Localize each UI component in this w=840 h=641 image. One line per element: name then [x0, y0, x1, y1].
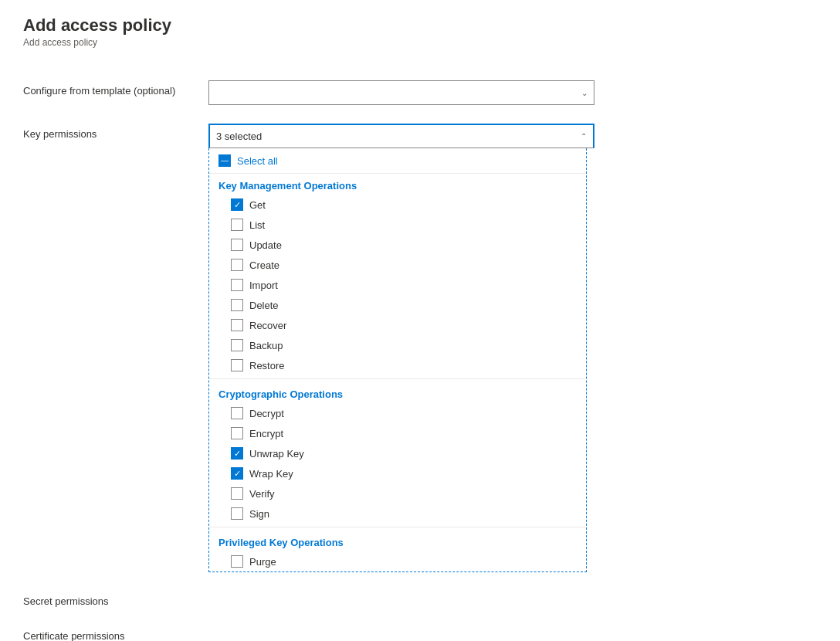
key-permissions-control: 3 selected ⌃ Select all Key Management O…: [208, 124, 594, 572]
privileged-header: Privileged Key Operations: [209, 531, 586, 551]
checkbox-decrypt-label: Decrypt: [249, 408, 284, 419]
checkbox-restore: Restore: [209, 355, 586, 375]
secret-permissions-label: Secret permissions: [23, 591, 208, 607]
checkbox-backup: Backup: [209, 335, 586, 355]
select-all-checkbox[interactable]: [218, 154, 231, 167]
checkbox-update: Update: [209, 235, 586, 255]
checkbox-recover-label: Recover: [249, 320, 286, 331]
checkbox-get: Get: [209, 195, 586, 215]
checkbox-decrypt-input[interactable]: [231, 407, 243, 419]
checkbox-delete: Delete: [209, 295, 586, 315]
checkbox-purge-input[interactable]: [231, 555, 243, 568]
checkbox-restore-label: Restore: [249, 360, 285, 371]
checkbox-delete-label: Delete: [249, 300, 279, 311]
certificate-permissions-row: Certificate permissions: [23, 616, 817, 641]
checkbox-get-input[interactable]: [231, 198, 243, 211]
key-permissions-value: 3 selected: [216, 131, 262, 142]
checkbox-list-label: List: [249, 219, 265, 231]
breadcrumb: Add access policy: [23, 37, 817, 48]
checkbox-list-input[interactable]: [231, 219, 243, 231]
checkbox-recover: Recover: [209, 315, 586, 335]
key-permissions-row: Key permissions 3 selected ⌃ Select all …: [23, 114, 817, 582]
form-section: Configure from template (optional) ⌄ Key…: [23, 71, 817, 641]
select-all-link[interactable]: all: [268, 155, 278, 167]
checkbox-recover-input[interactable]: [231, 319, 243, 331]
checkbox-sign-label: Sign: [249, 508, 269, 520]
checkbox-delete-input[interactable]: [231, 299, 243, 311]
checkbox-verify-label: Verify: [249, 488, 275, 500]
configure-control: ⌄: [208, 80, 594, 105]
checkbox-purge-label: Purge: [249, 556, 276, 568]
select-all-label: Select all: [237, 155, 278, 167]
checkbox-create-input[interactable]: [231, 259, 243, 271]
checkbox-unwrap-key: Unwrap Key: [209, 443, 586, 463]
checkbox-purge: Purge: [209, 551, 586, 571]
configure-chevron-icon: ⌄: [581, 89, 588, 97]
checkbox-encrypt-label: Encrypt: [249, 428, 283, 439]
key-management-header: Key Management Operations: [209, 174, 586, 195]
checkbox-create: Create: [209, 255, 586, 275]
key-permissions-dropdown[interactable]: 3 selected ⌃: [208, 124, 594, 148]
checkbox-verify-input[interactable]: [231, 487, 243, 500]
checkbox-backup-label: Backup: [249, 340, 283, 351]
checkbox-sign: Sign: [209, 504, 586, 524]
checkbox-import-input[interactable]: [231, 279, 243, 291]
key-permissions-chevron-icon: ⌃: [581, 132, 587, 141]
checkbox-sign-input[interactable]: [231, 507, 243, 520]
configure-row: Configure from template (optional) ⌄: [23, 71, 817, 114]
checkbox-wrap-key-label: Wrap Key: [249, 468, 293, 480]
configure-dropdown[interactable]: ⌄: [208, 80, 594, 105]
cryptographic-header: Cryptographic Operations: [209, 382, 586, 403]
checkbox-unwrap-key-input[interactable]: [231, 447, 243, 460]
checkbox-wrap-key-input[interactable]: [231, 467, 243, 480]
checkbox-encrypt-input[interactable]: [231, 427, 243, 439]
key-permissions-panel: Select all Key Management Operations Get…: [208, 148, 587, 572]
certificate-permissions-label: Certificate permissions: [23, 626, 208, 641]
section-divider-1: [209, 378, 586, 379]
checkbox-get-label: Get: [249, 199, 266, 211]
configure-label: Configure from template (optional): [23, 80, 208, 97]
checkbox-update-input[interactable]: [231, 239, 243, 251]
checkbox-create-label: Create: [249, 259, 279, 271]
checkbox-encrypt: Encrypt: [209, 423, 586, 443]
secret-permissions-row: Secret permissions: [23, 582, 817, 616]
checkbox-unwrap-key-label: Unwrap Key: [249, 448, 304, 460]
checkbox-update-label: Update: [249, 239, 282, 251]
page-title: Add access policy: [23, 15, 817, 36]
checkbox-decrypt: Decrypt: [209, 403, 586, 423]
checkbox-restore-input[interactable]: [231, 359, 243, 371]
key-permissions-label: Key permissions: [23, 124, 208, 140]
checkbox-list: List: [209, 215, 586, 235]
checkbox-backup-input[interactable]: [231, 339, 243, 351]
select-all-row: Select all: [209, 148, 586, 174]
checkbox-import: Import: [209, 275, 586, 295]
section-divider-2: [209, 527, 586, 527]
checkbox-wrap-key: Wrap Key: [209, 463, 586, 483]
checkbox-import-label: Import: [249, 280, 278, 291]
checkbox-verify: Verify: [209, 483, 586, 504]
